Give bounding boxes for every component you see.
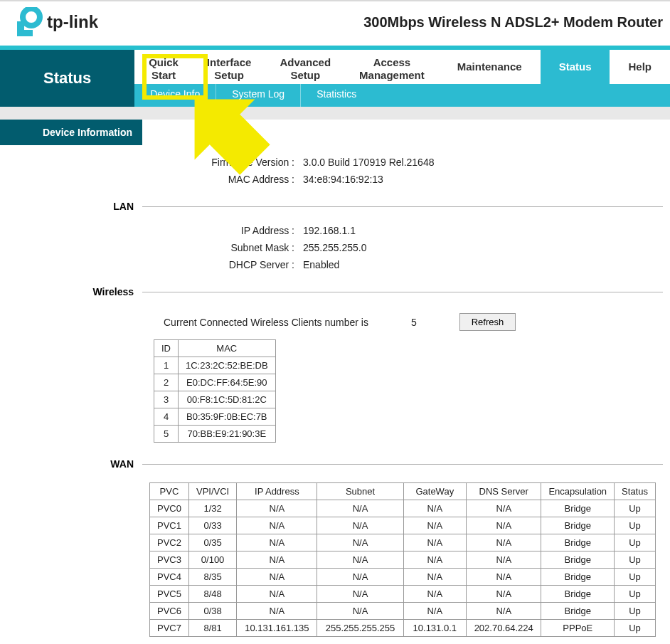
lan-dhcp-value: Enabled — [299, 259, 339, 270]
firmware-value: 3.0.0 Build 170919 Rel.21648 — [299, 157, 434, 168]
sub-tabs: Device InfoSystem LogStatistics — [134, 84, 670, 107]
table-row: PVC48/35N/AN/AN/AN/ABridgeUp — [150, 569, 656, 586]
brand-text: tp-link — [47, 12, 98, 32]
tab-status[interactable]: Status — [541, 50, 610, 84]
svg-point-0 — [23, 9, 40, 26]
tab-help[interactable]: Help — [610, 50, 670, 84]
col-header: MAC — [179, 340, 276, 357]
table-row: PVC58/48N/AN/AN/AN/ABridgeUp — [150, 586, 656, 603]
wireless-clients-count: 5 — [411, 317, 417, 328]
table-row: PVC30/100N/AN/AN/AN/ABridgeUp — [150, 551, 656, 569]
col-header: PVC — [150, 483, 189, 500]
col-header: Subnet — [317, 483, 403, 500]
table-row: PVC20/35N/AN/AN/AN/ABridgeUp — [150, 534, 656, 551]
section-label-wireless: Wireless — [0, 280, 142, 303]
firmware-label: Firmware Version — [142, 157, 299, 168]
subtab-system-log[interactable]: System Log — [216, 84, 301, 107]
lan-dhcp-label: DHCP Server — [142, 259, 299, 270]
lan-subnet-value: 255.255.255.0 — [299, 242, 367, 253]
tab-access[interactable]: AccessManagement — [345, 50, 439, 84]
tplink-icon — [13, 7, 43, 37]
col-header: ID — [154, 340, 179, 357]
col-header: GateWay — [403, 483, 466, 500]
subtab-statistics[interactable]: Statistics — [301, 84, 372, 107]
table-row: 2E0:DC:FF:64:5E:90 — [154, 374, 276, 391]
col-header: Status — [615, 483, 656, 500]
tab-interface[interactable]: InterfaceSetup — [193, 50, 266, 84]
section-header-device-info: Device Information — [0, 120, 142, 145]
col-header: Encapsulation — [541, 483, 615, 500]
refresh-button[interactable]: Refresh — [459, 313, 516, 331]
divider-band — [0, 107, 670, 120]
col-header: IP Address — [237, 483, 317, 500]
tab-quick[interactable]: QuickStart — [134, 50, 193, 84]
page-title: Status — [0, 50, 134, 107]
lan-subnet-label: Subnet Mask — [142, 242, 299, 253]
table-row: 11C:23:2C:52:BE:DB — [154, 357, 276, 374]
product-title: 300Mbps Wireless N ADSL2+ Modem Router — [363, 14, 663, 31]
wireless-clients-label: Current Connected Wireless Clients numbe… — [164, 317, 368, 328]
svg-rect-2 — [17, 30, 33, 36]
tab-maintenance[interactable]: Maintenance — [439, 50, 541, 84]
wireless-clients-table: IDMAC11C:23:2C:52:BE:DB2E0:DC:FF:64:5E:9… — [154, 339, 276, 443]
lan-ip-value: 192.168.1.1 — [299, 225, 356, 236]
table-row: 4B0:35:9F:0B:EC:7B — [154, 408, 276, 426]
col-header: VPI/VCI — [188, 483, 236, 500]
table-row: PVC78/8110.131.161.135255.255.255.25510.… — [150, 620, 656, 637]
table-row: PVC60/38N/AN/AN/AN/ABridgeUp — [150, 603, 656, 620]
table-row: 570:BB:E9:21:90:3E — [154, 426, 276, 443]
wan-table: PVCVPI/VCIIP AddressSubnetGateWayDNS Ser… — [149, 482, 656, 637]
brand-logo: tp-link — [13, 7, 98, 37]
main-tabs: QuickStartInterfaceSetupAdvancedSetupAcc… — [134, 50, 670, 84]
mac-value: 34:e8:94:16:92:13 — [299, 174, 383, 185]
tab-advanced[interactable]: AdvancedSetup — [265, 50, 345, 84]
table-row: 300:F8:1C:5D:81:2C — [154, 391, 276, 408]
col-header: DNS Server — [467, 483, 541, 500]
header-bar: tp-link 300Mbps Wireless N ADSL2+ Modem … — [0, 1, 670, 46]
table-row: PVC01/32N/AN/AN/AN/ABridgeUp — [150, 500, 656, 517]
lan-ip-label: IP Address — [142, 225, 299, 236]
table-row: PVC10/33N/AN/AN/AN/ABridgeUp — [150, 517, 656, 534]
section-label-lan: LAN — [0, 195, 142, 218]
section-label-wan: WAN — [0, 453, 142, 475]
subtab-device-info[interactable]: Device Info — [134, 84, 216, 107]
mac-label: MAC Address — [142, 174, 299, 185]
